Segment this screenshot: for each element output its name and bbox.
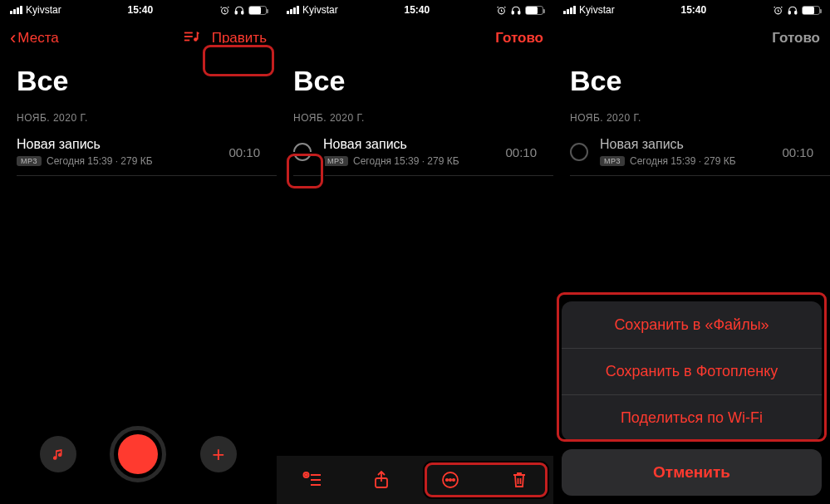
svg-point-20 [453, 479, 454, 481]
svg-point-19 [449, 479, 451, 481]
page-title: Все [0, 56, 277, 97]
more-icon[interactable] [440, 470, 460, 490]
divider [17, 175, 277, 176]
share-icon[interactable] [373, 470, 390, 490]
add-button[interactable]: + [200, 436, 237, 472]
alarm-icon [219, 5, 230, 16]
recording-duration: 00:10 [505, 145, 537, 159]
save-to-files-button[interactable]: Сохранить в «Файлы» [562, 301, 822, 348]
recording-row[interactable]: Новая запись MP3 Сегодня 15:39 · 279 КБ … [277, 129, 553, 175]
recording-row[interactable]: Новая запись MP3 Сегодня 15:39 · 279 КБ … [0, 129, 277, 175]
edit-button[interactable]: Править [212, 30, 267, 46]
chevron-left-icon: ‹ [10, 29, 16, 47]
select-radio[interactable] [293, 143, 312, 161]
divider [570, 175, 830, 176]
music-button[interactable] [40, 436, 76, 472]
carrier-label: Kyivstar [579, 4, 615, 16]
status-bar: Kyivstar 15:40 [0, 0, 277, 20]
headphones-icon [510, 5, 522, 16]
date-header: НОЯБ. 2020 Г. [0, 97, 277, 129]
carrier-label: Kyivstar [302, 4, 338, 16]
format-badge: MP3 [600, 156, 625, 166]
screen-browse: Kyivstar 15:40 ‹ Места Править Все НОЯБ.… [0, 0, 277, 504]
recording-duration: 00:10 [228, 145, 260, 159]
recording-name: Новая запись [600, 137, 774, 152]
cancel-button[interactable]: Отменить [562, 449, 822, 496]
clock-label: 15:40 [680, 4, 706, 16]
signal-icon [563, 6, 576, 14]
format-badge: MP3 [17, 156, 42, 166]
date-header: НОЯБ. 2020 Г. [277, 97, 553, 129]
recording-row[interactable]: Новая запись MP3 Сегодня 15:39 · 279 КБ … [553, 129, 830, 175]
date-header: НОЯБ. 2020 Г. [553, 97, 830, 129]
status-left: Kyivstar [10, 4, 61, 16]
share-wifi-button[interactable]: Поделиться по Wi-Fi [562, 394, 822, 441]
page-title: Все [277, 56, 553, 97]
headphones-icon [787, 5, 798, 16]
svg-point-18 [446, 479, 448, 481]
signal-icon [10, 6, 22, 14]
trash-icon[interactable] [511, 470, 528, 490]
signal-icon [287, 6, 299, 14]
recording-meta: Сегодня 15:39 · 279 КБ [630, 155, 736, 167]
nav-bar: ‹ Места Править [0, 20, 277, 56]
carrier-label: Kyivstar [26, 4, 61, 16]
bottom-controls: + [0, 426, 277, 482]
page-title: Все [553, 56, 830, 97]
svg-rect-22 [788, 11, 790, 13]
recording-name: Новая запись [17, 137, 220, 152]
battery-icon [525, 6, 543, 15]
select-radio[interactable] [570, 143, 588, 161]
save-to-photos-button[interactable]: Сохранить в Фотопленку [562, 348, 822, 394]
done-button[interactable]: Готово [772, 30, 820, 46]
record-button[interactable] [110, 426, 166, 482]
record-dot-icon [118, 434, 158, 474]
svg-rect-23 [795, 11, 797, 13]
headphones-icon [233, 5, 245, 16]
done-button[interactable]: Готово [495, 30, 543, 46]
screen-select: Kyivstar 15:40 Готово Все НОЯБ. 2020 Г. … [277, 0, 553, 504]
alarm-icon [773, 5, 783, 16]
svg-rect-8 [512, 11, 513, 13]
status-bar: Kyivstar 15:40 [553, 0, 830, 20]
battery-icon [802, 6, 820, 15]
recording-meta: Сегодня 15:39 · 279 КБ [353, 155, 459, 167]
alarm-icon [496, 5, 507, 16]
back-label: Места [17, 30, 58, 46]
playlist-icon[interactable] [182, 29, 200, 48]
battery-icon [248, 6, 267, 15]
svg-rect-9 [518, 11, 520, 13]
nav-bar: Готово [553, 20, 830, 56]
screen-sheet: Kyivstar 15:40 Готово Все НОЯБ. 2020 Г. … [553, 0, 830, 504]
status-bar: Kyivstar 15:40 [277, 0, 553, 20]
recording-duration: 00:10 [782, 145, 813, 159]
edit-toolbar [277, 456, 553, 504]
status-right [219, 5, 267, 16]
clock-label: 15:40 [404, 4, 430, 16]
recording-meta: Сегодня 15:39 · 279 КБ [47, 155, 153, 167]
back-button[interactable]: ‹ Места [10, 29, 59, 47]
action-sheet-options: Сохранить в «Файлы» Сохранить в Фотоплен… [562, 301, 822, 441]
recording-name: Новая запись [323, 137, 497, 152]
format-badge: MP3 [323, 156, 348, 166]
nav-bar: Готово [277, 20, 553, 56]
clock-label: 15:40 [127, 4, 153, 16]
add-to-list-icon[interactable] [302, 471, 322, 489]
divider [293, 175, 553, 176]
svg-rect-1 [235, 11, 237, 13]
svg-rect-2 [242, 11, 243, 13]
action-sheet: Сохранить в «Файлы» Сохранить в Фотоплен… [562, 301, 822, 496]
